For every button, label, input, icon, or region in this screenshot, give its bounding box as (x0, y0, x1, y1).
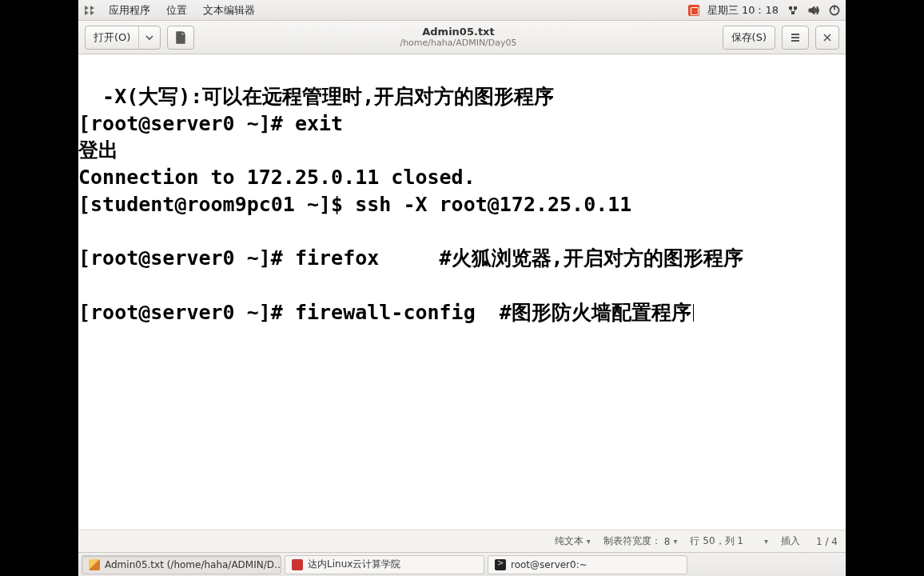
hamburger-menu-button[interactable] (782, 26, 809, 50)
applications-menu[interactable]: 应用程序 (106, 3, 153, 18)
window-subtitle: /home/haha/ADMIN/Day05 (201, 38, 715, 49)
statusbar: 纯文本 ▾ 制表符宽度： 8 ▾ 行 50，列 1 ▾ 插入 1 / 4 (78, 530, 846, 552)
editor-line: [student@room9pc01 ~]$ ssh -X root@172.2… (78, 193, 631, 216)
scroll-position: 1 / 4 (816, 536, 838, 547)
taskbar-item-rhce[interactable]: 达内Linux云计算学院 (285, 555, 484, 574)
tab-width-label: 制表符宽度： (603, 534, 661, 548)
chevron-down-icon: ▾ (587, 537, 591, 546)
editor-line: -X(大写):可以在远程管理时,开启对方的图形程序 (78, 85, 554, 108)
syntax-mode-selector[interactable]: 纯文本 ▾ (555, 534, 591, 548)
volume-icon[interactable] (807, 4, 820, 17)
top-panel: 应用程序 位置 文本编辑器 星期三 10：18 (78, 0, 846, 21)
places-menu[interactable]: 位置 (163, 3, 190, 18)
syntax-mode-label: 纯文本 (555, 534, 583, 548)
tab-width-selector[interactable]: 制表符宽度： 8 ▾ (603, 534, 678, 548)
editor-line: [root@server0 ~]# firefox #火狐浏览器,开启对方的图形… (78, 246, 743, 270)
editor-textarea[interactable]: -X(大写):可以在远程管理时,开启对方的图形程序 [root@server0 … (78, 54, 846, 530)
editor-line: Connection to 172.25.0.11 closed. (78, 166, 476, 189)
new-document-button[interactable] (167, 26, 194, 50)
taskbar-item-label: Admin05.txt (/home/haha/ADMIN/D… (105, 559, 281, 570)
chevron-down-icon: ▾ (673, 537, 677, 546)
cursor-position: 行 50，列 1 ▾ (690, 534, 768, 548)
taskbar-item-label: 达内Linux云计算学院 (308, 558, 400, 571)
taskbar-item-terminal[interactable]: root@server0:~ (488, 555, 687, 574)
bottom-taskbar: Admin05.txt (/home/haha/ADMIN/D… 达内Linux… (78, 552, 846, 576)
insert-mode[interactable]: 插入 (781, 534, 800, 548)
chevron-down-icon[interactable] (139, 26, 160, 49)
network-icon[interactable] (787, 4, 799, 17)
window-title: Admin05.txt (201, 26, 715, 38)
text-editor-icon (89, 559, 100, 570)
editor-line: [root@server0 ~]# exit (78, 112, 343, 135)
svg-rect-1 (834, 5, 835, 10)
save-button[interactable]: 保存(S) (723, 26, 775, 50)
activities-icon[interactable] (83, 4, 96, 17)
editor-line: 登出 (78, 138, 118, 162)
current-app-menu[interactable]: 文本编辑器 (200, 3, 258, 18)
tab-width-value: 8 (664, 536, 671, 547)
open-button-label: 打开(O) (86, 26, 139, 49)
notification-icon[interactable] (688, 5, 699, 16)
text-cursor (693, 304, 694, 322)
open-button[interactable]: 打开(O) (85, 26, 161, 50)
taskbar-item-gedit[interactable]: Admin05.txt (/home/haha/ADMIN/D… (82, 555, 281, 574)
editor-line: [root@server0 ~]# firewall-config #图形防火墙… (78, 301, 691, 324)
rhce-icon (292, 559, 303, 570)
taskbar-item-label: root@server0:~ (511, 559, 587, 570)
power-icon[interactable] (828, 4, 841, 17)
titlebar: 打开(O) Admin05.txt /home/haha/ADMIN/Day05… (78, 21, 846, 54)
clock[interactable]: 星期三 10：18 (707, 3, 779, 18)
close-button[interactable] (815, 26, 839, 50)
terminal-icon (495, 559, 506, 570)
chevron-down-icon[interactable]: ▾ (764, 537, 768, 546)
